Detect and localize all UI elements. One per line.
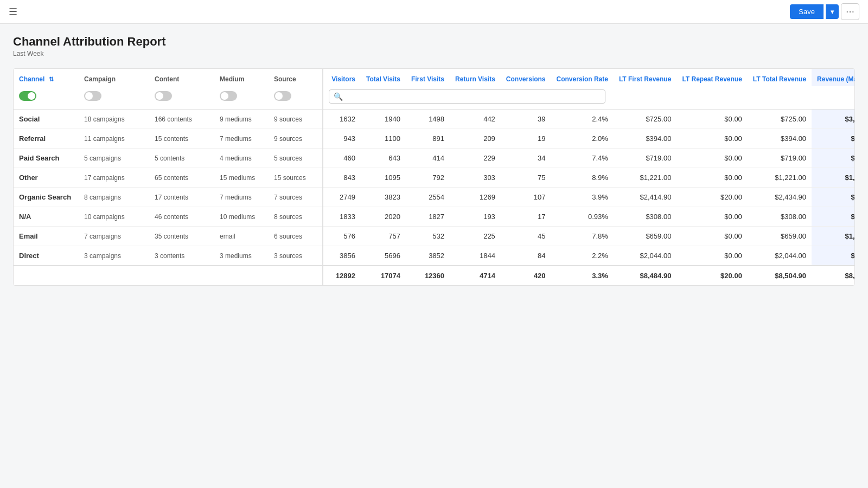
cell-campaign: 5 campaigns — [79, 149, 149, 168]
cell-content: 5 contents — [149, 149, 214, 168]
cell-content: 46 contents — [149, 207, 214, 227]
cell-visitors: 576 — [323, 227, 361, 246]
total-first-visits: 12360 — [406, 266, 450, 285]
top-bar: ☰ Save ▾ ⋯ — [0, 0, 868, 24]
cell-lt-repeat-revenue: $0.00 — [676, 110, 747, 129]
cell-medium: email — [214, 227, 269, 246]
cell-lt-repeat-revenue: $0.00 — [676, 246, 747, 266]
cell-content: 166 contents — [149, 110, 214, 129]
cell-conversions: 34 — [501, 149, 551, 168]
col-header-visitors: Visitors — [323, 69, 361, 86]
total-label — [14, 266, 323, 285]
cell-total-visits: 3823 — [361, 188, 406, 207]
cell-return-visits: 1844 — [450, 246, 501, 266]
cell-conversion-rate: 2.4% — [551, 110, 614, 129]
cell-conversions: 75 — [501, 168, 551, 188]
cell-conversions: 19 — [501, 129, 551, 149]
hamburger-icon[interactable]: ☰ — [9, 6, 17, 18]
cell-return-visits: 442 — [450, 110, 501, 129]
search-input[interactable] — [346, 93, 601, 101]
cell-medium: 10 mediums — [214, 207, 269, 227]
cell-lt-total-revenue: $394.00 — [748, 129, 812, 149]
cell-lt-first-revenue: $2,044.00 — [614, 246, 676, 266]
cell-channel: N/A — [14, 207, 79, 227]
cell-revenue-machine: $1,813.45 — [812, 168, 855, 188]
cell-revenue-machine: $245.18 — [812, 129, 855, 149]
cell-lt-first-revenue: $725.00 — [614, 110, 676, 129]
total-conversions: 420 — [501, 266, 551, 285]
cell-content: 35 contents — [149, 227, 214, 246]
cell-total-visits: 5696 — [361, 246, 406, 266]
column-header-row: Channel ⇅ Campaign Content Medium Source — [14, 69, 855, 86]
cell-lt-total-revenue: $2,434.90 — [748, 188, 812, 207]
report-table-wrapper: Channel ⇅ Campaign Content Medium Source — [13, 68, 855, 286]
cell-first-visits: 1498 — [406, 110, 450, 129]
more-options-button[interactable]: ⋯ — [841, 3, 859, 20]
col-header-return-visits: Return Visits — [450, 69, 501, 86]
cell-source: 9 sources — [269, 129, 323, 149]
col-header-conversions: Conversions — [501, 69, 551, 86]
cell-visitors: 843 — [323, 168, 361, 188]
save-button[interactable]: Save — [790, 4, 824, 19]
col-header-medium: Medium — [214, 69, 269, 86]
cell-lt-repeat-revenue: $0.00 — [676, 207, 747, 227]
sort-icon[interactable]: ⇅ — [49, 76, 54, 82]
cell-content: 17 contents — [149, 188, 214, 207]
campaign-toggle[interactable] — [84, 91, 101, 101]
cell-revenue-machine: $753.89 — [812, 188, 855, 207]
content-toggle[interactable] — [155, 91, 172, 101]
cell-revenue-machine: $363.70 — [812, 207, 855, 227]
cell-source: 7 sources — [269, 188, 323, 207]
col-header-campaign: Campaign — [79, 69, 149, 86]
cell-return-visits: 303 — [450, 168, 501, 188]
cell-first-visits: 532 — [406, 227, 450, 246]
top-bar-left: ☰ — [9, 6, 17, 18]
col-header-channel: Channel ⇅ — [14, 69, 79, 86]
col-header-lt-repeat-revenue: LT Repeat Revenue — [676, 69, 747, 86]
cell-campaign: 8 campaigns — [79, 188, 149, 207]
top-bar-right: Save ▾ ⋯ — [790, 3, 859, 20]
table-row: N/A 10 campaigns 46 contents 10 mediums … — [14, 207, 855, 227]
cell-content: 15 contents — [149, 129, 214, 149]
save-dropdown-button[interactable]: ▾ — [826, 4, 839, 19]
channel-header-label: Channel — [19, 75, 44, 83]
cell-total-visits: 2020 — [361, 207, 406, 227]
col-header-source: Source — [269, 69, 323, 86]
cell-total-visits: 643 — [361, 149, 406, 168]
cell-channel: Organic Search — [14, 188, 79, 207]
cell-conversion-rate: 8.9% — [551, 168, 614, 188]
filter-row: 🔍 — [14, 86, 855, 110]
cell-campaign: 17 campaigns — [79, 168, 149, 188]
cell-channel: Direct — [14, 246, 79, 266]
cell-first-visits: 414 — [406, 149, 450, 168]
total-lt-total-revenue: $8,504.90 — [748, 266, 812, 285]
col-header-lt-first-revenue: LT First Revenue — [614, 69, 676, 86]
medium-toggle[interactable] — [220, 91, 237, 101]
source-toggle[interactable] — [274, 91, 291, 101]
cell-conversion-rate: 7.4% — [551, 149, 614, 168]
col-header-revenue-machine: Revenue (Machine) — [812, 69, 855, 86]
cell-lt-repeat-revenue: $0.00 — [676, 129, 747, 149]
cell-source: 15 sources — [269, 168, 323, 188]
cell-total-visits: 1095 — [361, 168, 406, 188]
cell-lt-first-revenue: $659.00 — [614, 227, 676, 246]
cell-medium: 7 mediums — [214, 129, 269, 149]
cell-medium: 4 mediums — [214, 149, 269, 168]
page-title: Channel Attribution Report — [13, 35, 855, 49]
channel-toggle[interactable] — [19, 91, 36, 101]
cell-lt-first-revenue: $394.00 — [614, 129, 676, 149]
cell-return-visits: 193 — [450, 207, 501, 227]
col-header-first-visits: First Visits — [406, 69, 450, 86]
cell-campaign: 7 campaigns — [79, 227, 149, 246]
table-row: Organic Search 8 campaigns 17 contents 7… — [14, 188, 855, 207]
cell-revenue-machine: $249.77 — [812, 149, 855, 168]
cell-conversions: 45 — [501, 227, 551, 246]
cell-medium: 7 mediums — [214, 188, 269, 207]
search-icon: 🔍 — [334, 92, 343, 101]
page-content: Channel Attribution Report Last Week Cha… — [0, 24, 868, 297]
search-wrapper: 🔍 — [329, 89, 605, 104]
report-table: Channel ⇅ Campaign Content Medium Source — [14, 69, 855, 285]
total-total-visits: 17074 — [361, 266, 406, 285]
total-visitors: 12892 — [323, 266, 361, 285]
cell-medium: 3 mediums — [214, 246, 269, 266]
